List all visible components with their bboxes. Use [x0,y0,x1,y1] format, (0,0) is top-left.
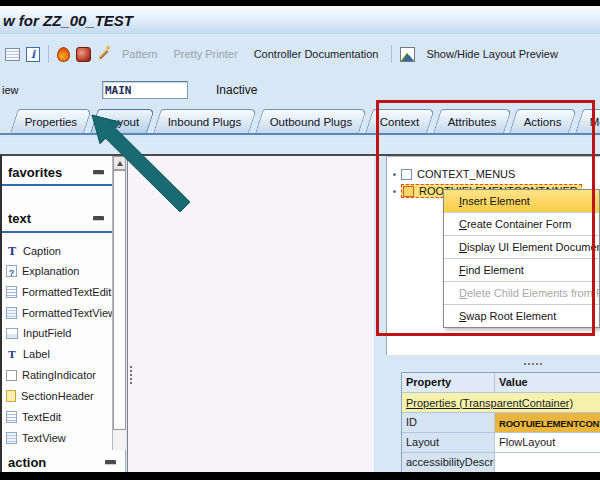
label-icon [6,348,18,360]
bottom-border-bar [0,472,600,480]
view-form-row: iew Inactive [0,74,600,106]
tab-actions[interactable]: Actions [509,109,577,133]
tab-methods[interactable]: Methods [575,109,600,133]
collapse-icon[interactable] [105,460,116,465]
property-table: Property Value Properties (TransparentCo… [401,372,600,474]
rating-indicator-icon [6,370,17,381]
tab-properties[interactable]: Properties [10,109,92,133]
palette-item-label[interactable]: Label [6,344,110,364]
layout-preview-icon[interactable] [400,47,415,62]
tab-content-band [0,137,600,154]
palette-section-text: text [2,208,110,228]
input-field-icon [6,328,18,339]
view-label: iew [0,84,102,96]
palette-item-section-header[interactable]: SectionHeader [6,386,110,406]
element-checkbox-icon [401,169,412,180]
text-edit-icon [6,411,17,423]
section-header-icon [6,390,16,402]
palette-item-text-view[interactable]: TextView [6,428,110,448]
element-palette: favorites text Caption Explanation Forma… [2,156,126,472]
text-view-icon [6,432,17,444]
section-divider [2,231,112,233]
info-icon[interactable] [26,47,40,62]
menu-item-delete-child-elements: Delete Child Elements from Root [444,281,599,304]
property-row-layout: Layout FlowLayout [402,433,600,453]
table-list-icon[interactable] [5,48,20,61]
palette-item-input-field[interactable]: InputField [6,323,110,343]
splitter-handle[interactable] [524,363,526,365]
element-checkbox-icon-selected [403,186,414,197]
palette-scrollbar[interactable] [112,156,126,450]
toolbar: Pattern Pretty Printer Controller Docume… [0,34,600,74]
section-divider [2,184,112,186]
panel-splitter[interactable] [386,355,600,372]
check-icon[interactable] [57,47,70,62]
property-row-accessibility-description: accessibilityDescription [402,453,600,473]
menu-item-create-container-form[interactable]: Create Container Form [444,212,599,235]
caption-icon [6,245,18,258]
palette-item-caption[interactable]: Caption [6,241,110,261]
palette-item-text-edit[interactable]: TextEdit [6,407,110,427]
controller-documentation-button[interactable]: Controller Documentation [254,48,379,60]
tree-bullet [393,173,396,176]
menu-item-display-ui-element-document[interactable]: Display UI Element Document [444,235,599,258]
menu-item-find-element[interactable]: Find Element [444,258,599,281]
properties-panel: Property Value Properties (TransparentCo… [386,355,600,474]
tab-layout[interactable]: Layout [91,109,155,133]
id-value-highlighted[interactable]: ROOTUIELEMENTCONTAINER [495,413,600,432]
pattern-button[interactable]: Pattern [122,48,157,60]
pretty-printer-button[interactable]: Pretty Printer [173,48,237,60]
explanation-icon [6,265,17,277]
toolbar-separator [48,45,49,63]
collapse-icon[interactable] [93,170,104,175]
tab-context[interactable]: Context [365,109,434,133]
tree-item-context-menus[interactable]: CONTEXT_MENUS [391,166,515,182]
palette-section-favorites: favorites [2,162,110,182]
palette-item-rating-indicator[interactable]: RatingIndicator [6,365,110,385]
menu-item-swap-root-element[interactable]: Swap Root Element [444,304,599,327]
tree-bullet [393,190,396,193]
view-name-input[interactable] [102,81,188,99]
property-table-header: Property Value [402,373,600,393]
tab-outbound-plugs[interactable]: Outbound Plugs [255,109,367,133]
toolbar-separator [391,45,392,63]
tab-attributes[interactable]: Attributes [433,109,511,133]
tab-inbound-plugs[interactable]: Inbound Plugs [153,109,256,133]
window-title: w for ZZ_00_TEST [0,12,133,29]
window-titlebar: w for ZZ_00_TEST [0,6,600,35]
view-status-text: Inactive [216,83,257,97]
property-row-id: ID ROOTUIELEMENTCONTAINER [402,413,600,433]
menu-item-insert-element[interactable]: Insert Element [444,190,599,212]
scrollbar-thumb[interactable] [113,170,126,430]
collapse-icon[interactable] [93,216,104,221]
pattern-wand-icon[interactable] [97,47,111,61]
formatted-text-edit-icon [6,286,17,298]
property-group-link-row[interactable]: Properties (TransparentContainer) [402,393,600,413]
palette-item-formatted-text-view[interactable]: FormattedTextView [6,303,110,323]
activate-icon[interactable] [76,47,91,62]
canvas-splitter-handle[interactable] [130,366,132,368]
scroll-up-icon[interactable] [113,156,126,170]
context-menu: Insert Element Create Container Form Dis… [443,189,600,328]
sap-view-designer-window: w for ZZ_00_TEST Pattern Pretty Printer … [0,0,600,480]
formatted-text-view-icon [6,307,17,319]
show-hide-layout-preview-button[interactable]: Show/Hide Layout Preview [426,48,557,60]
tab-strip: Properties Layout Inbound Plugs Outbound… [0,106,600,135]
layout-canvas[interactable] [127,156,374,473]
palette-section-action: action [2,452,122,472]
palette-item-explanation[interactable]: Explanation [6,261,110,281]
palette-item-formatted-text-edit[interactable]: FormattedTextEdit [6,282,110,302]
